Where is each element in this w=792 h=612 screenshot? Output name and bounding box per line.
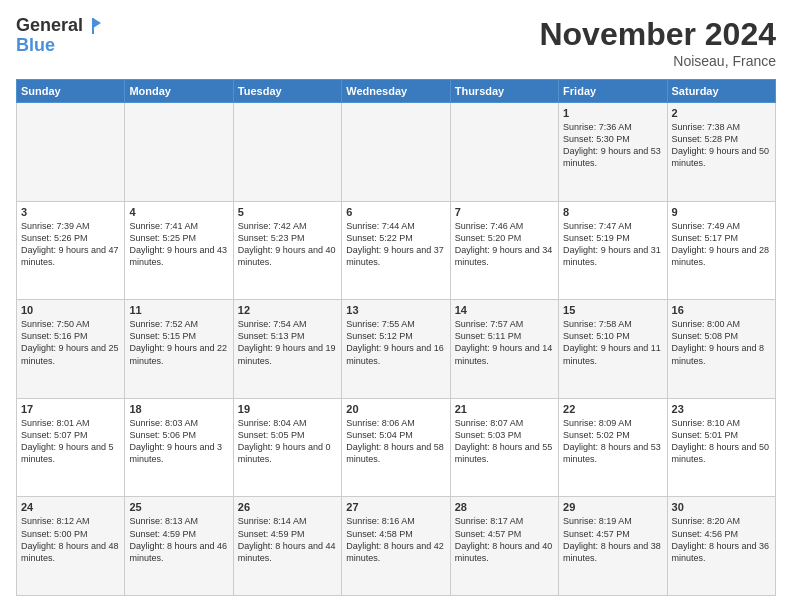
day-number: 14: [455, 304, 554, 316]
calendar-cell: 17Sunrise: 8:01 AM Sunset: 5:07 PM Dayli…: [17, 398, 125, 497]
calendar-cell: 15Sunrise: 7:58 AM Sunset: 5:10 PM Dayli…: [559, 300, 667, 399]
day-number: 22: [563, 403, 662, 415]
calendar-cell: [125, 103, 233, 202]
day-number: 15: [563, 304, 662, 316]
cell-details: Sunrise: 8:12 AM Sunset: 5:00 PM Dayligh…: [21, 515, 120, 564]
calendar-cell: 19Sunrise: 8:04 AM Sunset: 5:05 PM Dayli…: [233, 398, 341, 497]
calendar-cell: 1Sunrise: 7:36 AM Sunset: 5:30 PM Daylig…: [559, 103, 667, 202]
day-number: 6: [346, 206, 445, 218]
day-number: 2: [672, 107, 771, 119]
day-number: 30: [672, 501, 771, 513]
cell-details: Sunrise: 8:16 AM Sunset: 4:58 PM Dayligh…: [346, 515, 445, 564]
calendar-cell: 23Sunrise: 8:10 AM Sunset: 5:01 PM Dayli…: [667, 398, 775, 497]
cell-details: Sunrise: 7:49 AM Sunset: 5:17 PM Dayligh…: [672, 220, 771, 269]
calendar-cell: 11Sunrise: 7:52 AM Sunset: 5:15 PM Dayli…: [125, 300, 233, 399]
cell-details: Sunrise: 8:10 AM Sunset: 5:01 PM Dayligh…: [672, 417, 771, 466]
calendar-cell: 3Sunrise: 7:39 AM Sunset: 5:26 PM Daylig…: [17, 201, 125, 300]
calendar-cell: 25Sunrise: 8:13 AM Sunset: 4:59 PM Dayli…: [125, 497, 233, 596]
cell-details: Sunrise: 8:06 AM Sunset: 5:04 PM Dayligh…: [346, 417, 445, 466]
logo-text: General: [16, 16, 103, 36]
calendar-cell: 5Sunrise: 7:42 AM Sunset: 5:23 PM Daylig…: [233, 201, 341, 300]
day-number: 3: [21, 206, 120, 218]
calendar-cell: 2Sunrise: 7:38 AM Sunset: 5:28 PM Daylig…: [667, 103, 775, 202]
calendar-cell: 7Sunrise: 7:46 AM Sunset: 5:20 PM Daylig…: [450, 201, 558, 300]
day-number: 21: [455, 403, 554, 415]
cell-details: Sunrise: 7:36 AM Sunset: 5:30 PM Dayligh…: [563, 121, 662, 170]
cell-details: Sunrise: 7:47 AM Sunset: 5:19 PM Dayligh…: [563, 220, 662, 269]
day-number: 10: [21, 304, 120, 316]
calendar-cell: 9Sunrise: 7:49 AM Sunset: 5:17 PM Daylig…: [667, 201, 775, 300]
calendar-cell: 4Sunrise: 7:41 AM Sunset: 5:25 PM Daylig…: [125, 201, 233, 300]
day-number: 25: [129, 501, 228, 513]
calendar-cell: 8Sunrise: 7:47 AM Sunset: 5:19 PM Daylig…: [559, 201, 667, 300]
day-number: 28: [455, 501, 554, 513]
calendar-week-1: 1Sunrise: 7:36 AM Sunset: 5:30 PM Daylig…: [17, 103, 776, 202]
calendar-week-5: 24Sunrise: 8:12 AM Sunset: 5:00 PM Dayli…: [17, 497, 776, 596]
calendar-cell: [342, 103, 450, 202]
calendar-header-wednesday: Wednesday: [342, 80, 450, 103]
calendar-header-monday: Monday: [125, 80, 233, 103]
cell-details: Sunrise: 8:13 AM Sunset: 4:59 PM Dayligh…: [129, 515, 228, 564]
calendar-cell: 29Sunrise: 8:19 AM Sunset: 4:57 PM Dayli…: [559, 497, 667, 596]
logo: General Blue: [16, 16, 103, 56]
day-number: 17: [21, 403, 120, 415]
cell-details: Sunrise: 8:03 AM Sunset: 5:06 PM Dayligh…: [129, 417, 228, 466]
calendar-cell: 22Sunrise: 8:09 AM Sunset: 5:02 PM Dayli…: [559, 398, 667, 497]
svg-rect-1: [92, 18, 94, 34]
calendar-cell: 20Sunrise: 8:06 AM Sunset: 5:04 PM Dayli…: [342, 398, 450, 497]
calendar-cell: 18Sunrise: 8:03 AM Sunset: 5:06 PM Dayli…: [125, 398, 233, 497]
calendar-week-4: 17Sunrise: 8:01 AM Sunset: 5:07 PM Dayli…: [17, 398, 776, 497]
calendar-cell: 21Sunrise: 8:07 AM Sunset: 5:03 PM Dayli…: [450, 398, 558, 497]
day-number: 7: [455, 206, 554, 218]
svg-marker-0: [93, 18, 101, 28]
day-number: 4: [129, 206, 228, 218]
location: Noiseau, France: [539, 53, 776, 69]
day-number: 9: [672, 206, 771, 218]
calendar-week-3: 10Sunrise: 7:50 AM Sunset: 5:16 PM Dayli…: [17, 300, 776, 399]
day-number: 5: [238, 206, 337, 218]
cell-details: Sunrise: 8:01 AM Sunset: 5:07 PM Dayligh…: [21, 417, 120, 466]
cell-details: Sunrise: 8:19 AM Sunset: 4:57 PM Dayligh…: [563, 515, 662, 564]
calendar-cell: 10Sunrise: 7:50 AM Sunset: 5:16 PM Dayli…: [17, 300, 125, 399]
cell-details: Sunrise: 8:14 AM Sunset: 4:59 PM Dayligh…: [238, 515, 337, 564]
cell-details: Sunrise: 8:20 AM Sunset: 4:56 PM Dayligh…: [672, 515, 771, 564]
cell-details: Sunrise: 7:46 AM Sunset: 5:20 PM Dayligh…: [455, 220, 554, 269]
day-number: 13: [346, 304, 445, 316]
calendar-cell: 24Sunrise: 8:12 AM Sunset: 5:00 PM Dayli…: [17, 497, 125, 596]
cell-details: Sunrise: 8:17 AM Sunset: 4:57 PM Dayligh…: [455, 515, 554, 564]
day-number: 27: [346, 501, 445, 513]
day-number: 23: [672, 403, 771, 415]
calendar-header-tuesday: Tuesday: [233, 80, 341, 103]
calendar-header-saturday: Saturday: [667, 80, 775, 103]
cell-details: Sunrise: 8:04 AM Sunset: 5:05 PM Dayligh…: [238, 417, 337, 466]
calendar-cell: 6Sunrise: 7:44 AM Sunset: 5:22 PM Daylig…: [342, 201, 450, 300]
calendar-table: SundayMondayTuesdayWednesdayThursdayFrid…: [16, 79, 776, 596]
calendar-cell: 12Sunrise: 7:54 AM Sunset: 5:13 PM Dayli…: [233, 300, 341, 399]
header: General Blue November 2024 Noiseau, Fran…: [16, 16, 776, 69]
day-number: 19: [238, 403, 337, 415]
cell-details: Sunrise: 7:44 AM Sunset: 5:22 PM Dayligh…: [346, 220, 445, 269]
cell-details: Sunrise: 7:52 AM Sunset: 5:15 PM Dayligh…: [129, 318, 228, 367]
calendar-cell: 13Sunrise: 7:55 AM Sunset: 5:12 PM Dayli…: [342, 300, 450, 399]
day-number: 1: [563, 107, 662, 119]
cell-details: Sunrise: 8:00 AM Sunset: 5:08 PM Dayligh…: [672, 318, 771, 367]
calendar-cell: 30Sunrise: 8:20 AM Sunset: 4:56 PM Dayli…: [667, 497, 775, 596]
calendar-cell: [233, 103, 341, 202]
day-number: 26: [238, 501, 337, 513]
day-number: 16: [672, 304, 771, 316]
cell-details: Sunrise: 7:41 AM Sunset: 5:25 PM Dayligh…: [129, 220, 228, 269]
day-number: 11: [129, 304, 228, 316]
calendar-cell: 27Sunrise: 8:16 AM Sunset: 4:58 PM Dayli…: [342, 497, 450, 596]
calendar-cell: [17, 103, 125, 202]
day-number: 12: [238, 304, 337, 316]
day-number: 24: [21, 501, 120, 513]
logo-blue: Blue: [16, 36, 103, 56]
cell-details: Sunrise: 7:55 AM Sunset: 5:12 PM Dayligh…: [346, 318, 445, 367]
title-block: November 2024 Noiseau, France: [539, 16, 776, 69]
calendar-cell: 28Sunrise: 8:17 AM Sunset: 4:57 PM Dayli…: [450, 497, 558, 596]
calendar-header-friday: Friday: [559, 80, 667, 103]
calendar-cell: [450, 103, 558, 202]
cell-details: Sunrise: 8:09 AM Sunset: 5:02 PM Dayligh…: [563, 417, 662, 466]
calendar-body: 1Sunrise: 7:36 AM Sunset: 5:30 PM Daylig…: [17, 103, 776, 596]
logo-flag-icon: [84, 17, 102, 35]
